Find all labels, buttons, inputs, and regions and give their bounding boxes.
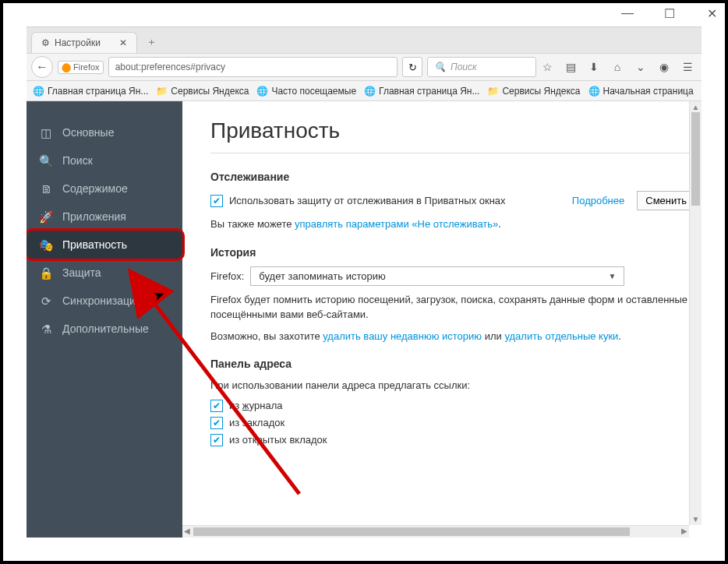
history-suggestion: Возможно, вы захотите удалить вашу недав… [210,329,695,344]
sidebar-item-applications[interactable]: 🚀Приложения [27,203,182,231]
identity-label: Firefox [73,62,100,72]
close-window-button[interactable]: ✕ [705,6,719,21]
bookmark-star-icon[interactable]: ☆ [541,61,553,73]
scroll-right-icon[interactable]: ▶ [681,527,687,535]
sync-icon: ⟳ [39,295,53,307]
toolbar-icons: ☆ ▤ ⬇ ⌂ ⌄ ◉ ☰ [541,61,694,73]
folder-icon: 📁 [156,86,168,97]
addons-icon[interactable]: ◉ [658,61,670,73]
home-icon[interactable]: ⌂ [611,61,624,73]
search-placeholder: Поиск [451,62,477,72]
scroll-up-icon[interactable]: ▲ [690,103,701,111]
tab-title: Настройки [55,37,101,48]
scroll-down-icon[interactable]: ▼ [690,515,701,523]
scroll-left-icon[interactable]: ◀ [184,527,190,535]
suggest-opentabs-label: из открытых вкладок [229,434,327,446]
new-tab-button[interactable]: ＋ [142,32,162,52]
address-bar: ← ⬤ Firefox about:preferences#privacy ↻ … [27,53,701,81]
url-input[interactable]: about:preferences#privacy [108,57,398,77]
sidebar-item-security[interactable]: 🔒Защита [27,259,182,287]
tracking-protection-checkbox[interactable]: ✔ [210,195,223,207]
suggest-opentabs-checkbox[interactable]: ✔ [210,434,223,446]
chevron-down-icon: ▼ [608,272,616,280]
sidebar-item-general[interactable]: ◫Основные [27,118,182,146]
vertical-scrollbar[interactable]: ▲ ▼ [689,101,701,525]
suggest-history-checkbox[interactable]: ✔ [210,400,223,412]
search-icon: 🔍 [39,155,53,167]
suggest-bookmarks-label: из закладок [229,417,284,428]
section-tracking-header: Отслеживание [210,171,695,183]
gear-icon: ⚙ [41,37,50,48]
identity-badge[interactable]: ⬤ Firefox [58,61,104,74]
flask-icon: ⚗ [39,323,53,335]
section-history-header: История [210,246,695,259]
bookmark-item[interactable]: 🌐Начальная страница [588,86,694,97]
url-text: about:preferences#privacy [115,62,225,72]
lock-icon: 🔒 [39,267,53,279]
dnt-link[interactable]: управлять параметрами «Не отслеживать» [295,218,498,230]
tracking-more-link[interactable]: Подробнее [572,195,624,206]
sidebar-item-advanced[interactable]: ⚗Дополнительные [27,315,182,343]
history-description: Firefox будет помнить историю посещений,… [210,292,695,323]
search-icon: 🔍 [434,62,446,72]
sidebar-item-search[interactable]: 🔍Поиск [27,146,182,174]
suggest-bookmarks-checkbox[interactable]: ✔ [210,417,223,429]
sidebar-item-label: Дополнительные [62,323,149,335]
settings-sidebar: ◫Основные 🔍Поиск 🗎Содержимое 🚀Приложения… [27,101,182,538]
downloads-icon[interactable]: ⬇ [588,61,600,73]
sidebar-item-label: Поиск [62,154,93,167]
reload-icon: ↻ [408,62,417,73]
sidebar-item-privacy[interactable]: 🎭Приватность [27,228,185,261]
back-button[interactable]: ← [31,56,53,78]
section-addressbar-header: Панель адреса [210,358,695,370]
maximize-button[interactable]: ☐ [663,6,677,21]
globe-icon: 🌐 [256,86,268,97]
close-tab-button[interactable]: ✕ [119,37,127,48]
document-icon: 🗎 [39,183,53,195]
browser-window: — ☐ ✕ ⚙ Настройки ✕ ＋ ← ⬤ Firefox about:… [0,0,728,564]
horizontal-scrollbar[interactable]: ◀ ▶ [182,525,689,538]
pocket-icon[interactable]: ⌄ [634,61,647,73]
globe-icon: 🌐 [33,86,44,97]
bookmarks-bar: 🌐Главная страница Ян... 📁Сервисы Яндекса… [27,81,701,101]
scrollbar-thumb[interactable] [691,112,700,206]
bookmark-item[interactable]: 🌐Главная страница Ян... [364,86,479,97]
sidebar-item-label: Содержимое [62,182,128,195]
bookmark-item[interactable]: 📁Сервисы Яндекса [156,86,249,97]
bookmark-item[interactable]: 🌐Главная страница Ян... [33,86,148,97]
reload-button[interactable]: ↻ [402,57,422,77]
history-label: Firefox: [210,270,244,282]
tracking-subtext: Вы также можете управлять параметрами «Н… [210,217,695,232]
menu-icon[interactable]: ☰ [681,61,694,73]
bookmark-item[interactable]: 📁Сервисы Яндекса [487,86,580,97]
sidebar-item-content[interactable]: 🗎Содержимое [27,174,182,203]
reader-icon[interactable]: ▤ [564,61,577,73]
tracking-protection-label: Использовать защиту от отслеживания в Пр… [229,195,506,206]
tab-settings[interactable]: ⚙ Настройки ✕ [31,32,137,53]
bookmark-item[interactable]: 🌐Часто посещаемые [256,86,356,97]
addressbar-intro: При использовании панели адреса предлага… [210,378,695,393]
sidebar-item-label: Основные [62,126,114,139]
page-title: Приватность [210,118,695,143]
scrollbar-thumb[interactable] [193,527,630,536]
search-input[interactable]: 🔍 Поиск [427,57,536,77]
arrow-left-icon: ← [36,60,48,74]
history-mode-select[interactable]: будет запоминать историю ▼ [250,266,624,286]
general-icon: ◫ [39,127,53,139]
content-area: ◫Основные 🔍Поиск 🗎Содержимое 🚀Приложения… [27,101,701,538]
clear-history-link[interactable]: удалить вашу недавнюю историю [323,330,482,342]
tracking-change-button[interactable]: Сменить [637,191,695,210]
sidebar-item-label: Защита [62,266,101,279]
minimize-button[interactable]: — [620,6,634,21]
globe-icon: 🌐 [364,86,376,97]
mask-icon: 🎭 [39,239,53,251]
rocket-icon: 🚀 [39,211,53,223]
sidebar-item-label: Приложения [62,210,126,223]
divider [210,153,695,153]
sidebar-item-sync[interactable]: ⟳Синхронизация [27,287,182,315]
clear-cookies-link[interactable]: удалить отдельные куки [504,330,618,342]
sidebar-item-label: Приватность [62,238,127,251]
history-mode-value: будет запоминать историю [259,270,385,282]
window-controls: — ☐ ✕ [620,6,719,21]
firefox-icon: ⬤ [62,62,71,72]
